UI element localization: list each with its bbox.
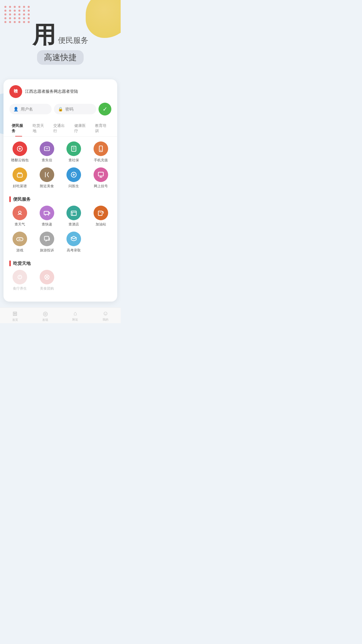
mine-icon: ☺	[103, 310, 108, 317]
tab-jiaotong[interactable]: 交通出行	[50, 120, 71, 136]
doctor-label: 问医生	[68, 184, 79, 189]
food-health-circle	[13, 270, 27, 284]
login-button[interactable]: ✓	[99, 103, 111, 116]
tab-chihuo[interactable]: 吃货天地	[29, 120, 50, 136]
hero-sub-text: 便民服务	[58, 35, 88, 46]
login-logo: 赣	[9, 85, 22, 98]
game-circle	[13, 232, 27, 246]
tab-jiaoyu[interactable]: 教育培训	[92, 120, 113, 136]
grid-3: 食疗养生 美食团购	[3, 270, 117, 296]
svg-rect-5	[72, 146, 76, 151]
express-circle	[40, 206, 54, 220]
icon-recipe[interactable]: 好吃菜谱	[6, 167, 34, 189]
hero-title-row: 用 便民服务	[9, 23, 112, 47]
bottom-nav-discover[interactable]: ◎ 发现	[42, 310, 48, 322]
icon-hotel[interactable]: 查酒店	[60, 206, 87, 227]
section-1-header: 便民服务	[3, 193, 117, 206]
svg-rect-24	[71, 211, 76, 216]
password-input[interactable]	[65, 107, 92, 111]
icon-food-group[interactable]: 美食团购	[34, 270, 61, 291]
nearby-food-circle	[40, 167, 54, 182]
section-2-title: 吃货天地	[13, 261, 31, 266]
nearby-food-label: 附近美食	[40, 184, 54, 189]
section-2-header: 吃货天地	[3, 258, 117, 270]
icon-register[interactable]: 网上挂号	[87, 167, 115, 189]
section-2-dot	[9, 260, 11, 266]
icon-recharge[interactable]: 手机充值	[87, 141, 115, 163]
password-input-wrap[interactable]: 🔒	[54, 104, 96, 114]
svg-point-22	[45, 215, 46, 216]
svg-rect-34	[44, 236, 49, 240]
svg-point-23	[48, 215, 49, 216]
hero-tagline-wrap: 高速快捷	[37, 50, 84, 65]
icon-weather[interactable]: 查天气	[6, 206, 34, 227]
recipe-circle	[13, 167, 27, 182]
recharge-label: 手机充值	[94, 158, 108, 163]
hotel-label: 查酒店	[68, 222, 79, 227]
icon-food-health[interactable]: 食疗养生	[6, 270, 34, 291]
svg-point-37	[20, 278, 20, 278]
icon-social-security[interactable]: 查社保	[60, 141, 87, 163]
social-security-label: 查社保	[68, 158, 79, 163]
lock-icon: 🔒	[58, 107, 63, 111]
login-inputs: 👤 🔒 ✓	[3, 103, 117, 120]
credit-label: 查失信	[42, 158, 52, 163]
express-label: 查快递	[42, 222, 52, 227]
hero-tagline: 高速快捷	[44, 53, 77, 62]
wallet-circle	[13, 141, 27, 156]
icon-nearby-food[interactable]: 附近美食	[34, 167, 61, 189]
weather-circle	[13, 206, 27, 220]
icon-doctor[interactable]: 问医生	[60, 167, 87, 189]
svg-point-20	[19, 211, 21, 214]
recipe-label: 好吃菜谱	[13, 184, 27, 189]
svg-rect-17	[98, 172, 103, 176]
discover-label: 发现	[42, 318, 48, 322]
game-label: 游戏	[16, 248, 23, 253]
food-group-circle	[40, 270, 54, 284]
icon-express[interactable]: 查快递	[34, 206, 61, 227]
tab-bianmin[interactable]: 便民服务	[8, 120, 29, 136]
username-input-wrap[interactable]: 👤	[9, 104, 52, 114]
register-label: 网上挂号	[94, 184, 108, 189]
gas-station-circle	[94, 206, 108, 220]
section-1-dot	[9, 196, 11, 202]
login-title: 江西志愿者服务网志愿者登陆	[25, 89, 111, 94]
register-circle	[94, 167, 108, 182]
svg-point-33	[20, 239, 21, 240]
icon-game[interactable]: 游戏	[6, 232, 34, 253]
weather-label: 查天气	[15, 222, 25, 227]
doctor-circle	[66, 167, 81, 182]
icon-credit[interactable]: 查失信	[34, 141, 61, 163]
grid-2: 查天气 查快递 查酒店 加油站 游戏	[3, 206, 117, 258]
icon-tourism-complaint[interactable]: 旅游投诉	[34, 232, 61, 253]
bottom-nav-nearby[interactable]: ⌂ 附近	[72, 310, 78, 322]
food-health-label: 食疗养生	[13, 286, 27, 291]
food-group-label: 美食团购	[40, 286, 54, 291]
hero-section: 用 便民服务 高速快捷	[0, 0, 121, 74]
icon-wallet[interactable]: 赣鄱云钱包	[6, 141, 34, 163]
nearby-icon: ⌂	[73, 310, 77, 317]
user-icon: 👤	[13, 107, 18, 111]
tab-jiankang[interactable]: 健康医疗	[71, 120, 92, 136]
icon-gas-station[interactable]: 加油站	[87, 206, 115, 227]
nearby-label: 附近	[72, 318, 78, 322]
gas-station-label: 加油站	[96, 222, 106, 227]
credit-circle	[40, 141, 54, 156]
mine-label: 我的	[103, 318, 108, 322]
login-section: 赣 江西志愿者服务网志愿者登陆	[3, 79, 117, 103]
bottom-nav-mine[interactable]: ☺ 我的	[103, 310, 108, 322]
svg-rect-27	[98, 211, 102, 216]
icon-gaokao[interactable]: 高考录取	[60, 232, 87, 253]
check-icon: ✓	[103, 106, 108, 113]
bottom-nav-home[interactable]: ⊞ 首页	[12, 310, 18, 322]
section-1-title: 便民服务	[13, 197, 31, 202]
tabs: 便民服务 吃货天地 交通出行 健康医疗 教育培训	[3, 120, 117, 137]
recharge-circle	[94, 141, 108, 156]
username-input[interactable]	[21, 107, 48, 111]
tourism-complaint-circle	[40, 232, 54, 246]
bottom-nav: ⊞ 首页 ◎ 发现 ⌂ 附近 ☺ 我的	[0, 307, 121, 323]
svg-point-32	[21, 239, 22, 239]
tourism-complaint-label: 旅游投诉	[40, 248, 54, 253]
hotel-circle	[66, 206, 81, 220]
home-icon: ⊞	[13, 310, 17, 317]
